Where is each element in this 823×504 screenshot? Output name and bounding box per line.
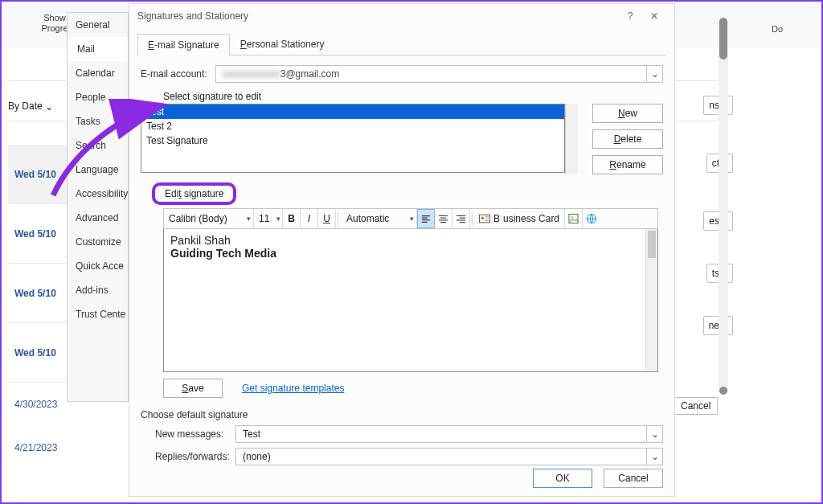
signature-editor-toolbar: Calibri (Body)▾ 11▾ B I U Automatic▾ Bus… <box>163 208 658 229</box>
mail-date-row[interactable]: 4/21/2023 <box>8 426 96 469</box>
replies-forwards-label: Replies/forwards: <box>155 451 229 462</box>
dialog-title: Signatures and Stationery <box>137 10 618 22</box>
category-addins[interactable]: Add-ins <box>68 278 128 302</box>
select-signature-label: Select signature to edit <box>163 91 674 102</box>
chevron-down-icon: ▾ <box>276 215 280 223</box>
chevron-down-icon: ▾ <box>247 215 251 223</box>
cancel-button[interactable]: Cancel <box>604 469 663 488</box>
options-cancel-button[interactable]: Cancel <box>674 397 718 415</box>
signature-item-test[interactable]: Test <box>141 104 564 119</box>
options-categories-panel: General Mail Calendar People Tasks Searc… <box>67 12 129 402</box>
category-tasks[interactable]: Tasks <box>68 109 128 133</box>
category-trust-center[interactable]: Trust Cente <box>68 302 128 326</box>
edit-signature-label: Edit signature <box>152 182 236 205</box>
category-customize[interactable]: Customize <box>68 230 128 254</box>
get-templates-link[interactable]: Get signature templates <box>242 383 344 394</box>
mail-date-label: Wed 5/10 <box>14 347 56 359</box>
ribbon-fragment: Do <box>772 24 783 34</box>
signature-item-test-signature[interactable]: Test Signature <box>141 133 564 148</box>
font-family-select[interactable]: Calibri (Body)▾ <box>164 209 254 228</box>
mail-date-label: 4/30/2023 <box>14 399 57 410</box>
category-quick-access[interactable]: Quick Acce <box>68 254 128 278</box>
category-search[interactable]: Search <box>68 133 128 158</box>
svg-point-3 <box>571 216 573 219</box>
sort-label: By Date <box>8 100 43 112</box>
rename-signature-button[interactable]: Rename <box>592 155 663 174</box>
sort-by-date[interactable]: By Date ⌄ <box>8 100 53 112</box>
category-advanced[interactable]: Advanced <box>68 206 128 230</box>
save-signature-button[interactable]: Save <box>163 379 223 398</box>
signatures-dialog: Signatures and Stationery ? ✕ E-mail Sig… <box>129 3 675 497</box>
align-left-button[interactable] <box>417 209 435 228</box>
email-account-select[interactable]: xxxxxxxxxxxx 3@gmail.com ⌄ <box>215 65 663 83</box>
category-people[interactable]: People <box>68 85 128 109</box>
picture-icon <box>568 213 579 224</box>
font-family-value: Calibri (Body) <box>169 213 227 224</box>
scrollbar-thumb[interactable] <box>648 231 656 258</box>
new-messages-select[interactable]: Test ⌄ <box>235 425 663 443</box>
signature-item-test2[interactable]: Test 2 <box>141 119 564 133</box>
business-card-label: usiness Card <box>503 213 559 224</box>
email-account-value: 3@gmail.com <box>280 68 340 80</box>
font-size-value: 11 <box>259 213 269 224</box>
italic-button[interactable]: I <box>301 209 318 228</box>
scrollbar[interactable] <box>565 104 578 174</box>
align-center-icon <box>438 213 448 224</box>
font-color-value: Automatic <box>346 213 389 224</box>
business-card-button[interactable]: Business Card <box>474 209 565 228</box>
ok-button[interactable]: OK <box>533 469 592 488</box>
align-left-icon <box>421 213 431 224</box>
dialog-titlebar: Signatures and Stationery ? ✕ <box>129 4 674 28</box>
editor-line-1: Pankil Shah <box>170 234 651 247</box>
show-progress-button[interactable]: Show Progre <box>39 13 71 34</box>
defaults-section-label: Choose default signature <box>141 409 248 420</box>
signature-listbox[interactable]: Test Test 2 Test Signature <box>141 104 565 173</box>
category-language[interactable]: Language <box>68 158 128 182</box>
separator <box>472 211 473 226</box>
align-right-button[interactable] <box>452 209 470 228</box>
category-general[interactable]: General <box>68 13 128 37</box>
category-accessibility[interactable]: Accessibility <box>68 182 128 206</box>
font-color-select[interactable]: Automatic▾ <box>340 209 417 228</box>
scrollbar-thumb[interactable] <box>719 387 727 395</box>
editor-line-2: Guiding Tech Media <box>170 247 651 260</box>
chevron-down-icon[interactable]: ⌄ <box>646 66 662 82</box>
close-button[interactable]: ✕ <box>642 6 666 26</box>
align-center-button[interactable] <box>435 209 452 228</box>
dialog-tabs: E-mail Signature Personal Stationery <box>137 33 666 55</box>
help-icon: ? <box>628 10 633 22</box>
separator <box>338 211 338 226</box>
chevron-down-icon: ⌄ <box>45 101 53 113</box>
category-calendar[interactable]: Calendar <box>68 61 128 85</box>
mail-date-label: Wed 5/10 <box>14 228 56 240</box>
chevron-down-icon[interactable]: ⌄ <box>646 426 662 442</box>
new-messages-value: Test <box>243 428 260 440</box>
align-right-icon <box>456 213 466 224</box>
business-card-icon <box>479 213 490 224</box>
font-size-select[interactable]: 11▾ <box>254 209 283 228</box>
new-messages-label: New messages: <box>155 428 229 440</box>
scrollbar[interactable] <box>645 229 657 371</box>
scrollbar-thumb[interactable] <box>719 18 727 59</box>
scrollbar-track <box>719 18 728 395</box>
new-signature-button[interactable]: New <box>592 104 663 123</box>
chevron-down-icon[interactable]: ⌄ <box>646 449 662 465</box>
scrollbar[interactable] <box>719 18 728 395</box>
globe-link-icon <box>586 213 597 224</box>
help-button[interactable]: ? <box>618 6 642 26</box>
mail-date-label: 4/21/2023 <box>14 442 57 453</box>
category-mail[interactable]: Mail <box>68 37 128 61</box>
mail-date-label: Wed 5/10 <box>14 169 56 180</box>
bold-button[interactable]: B <box>283 209 301 228</box>
replies-forwards-value: (none) <box>243 451 271 462</box>
delete-signature-button[interactable]: Delete <box>592 129 663 149</box>
replies-forwards-select[interactable]: (none) ⌄ <box>235 448 663 465</box>
tab-email-signature[interactable]: E-mail Signature <box>137 34 230 55</box>
insert-picture-button[interactable] <box>565 209 583 228</box>
insert-hyperlink-button[interactable] <box>583 209 600 228</box>
tab-personal-stationery[interactable]: Personal Stationery <box>230 33 335 55</box>
underline-button[interactable]: U <box>318 209 336 228</box>
signature-editor[interactable]: Pankil Shah Guiding Tech Media <box>163 229 658 372</box>
close-icon: ✕ <box>650 10 658 22</box>
email-account-label: E-mail account: <box>141 68 207 80</box>
